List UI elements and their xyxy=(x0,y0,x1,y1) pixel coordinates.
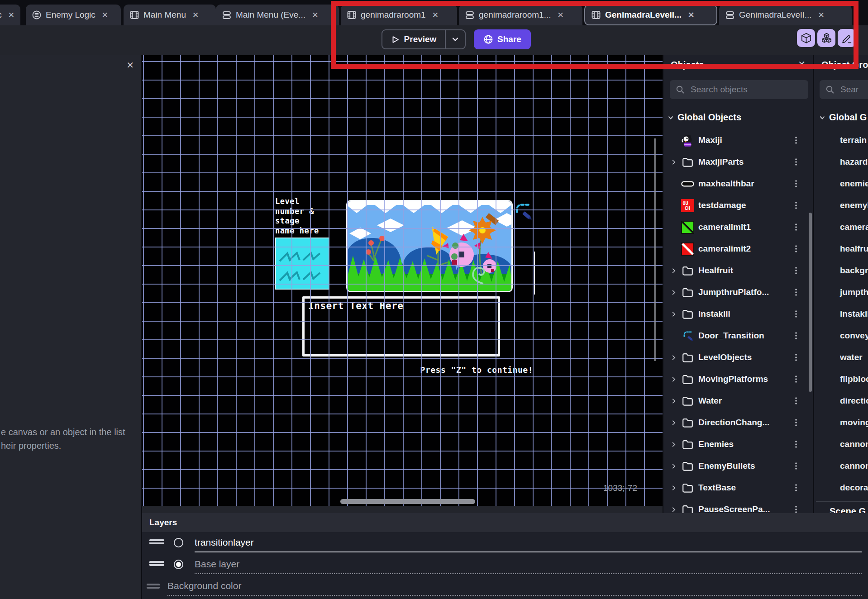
group-row-cannon[interactable]: cannon xyxy=(814,455,868,477)
chevron-right-icon[interactable] xyxy=(670,441,677,448)
group-row-water[interactable]: water xyxy=(814,347,868,368)
global-groups-header[interactable]: Global G xyxy=(819,112,867,123)
object-row-textbase[interactable]: TextBase xyxy=(663,477,813,499)
kebab-menu-icon[interactable] xyxy=(792,157,800,166)
chevron-right-icon[interactable] xyxy=(670,267,677,275)
group-row-directio[interactable]: directio xyxy=(814,390,868,412)
object-row-door-transition[interactable]: Door_Transition xyxy=(663,325,813,347)
press-z-text-object[interactable]: Press "Z" to continue! xyxy=(348,365,533,375)
global-objects-header[interactable]: Global Objects xyxy=(667,112,741,123)
kebab-menu-icon[interactable] xyxy=(792,288,800,297)
layer-name[interactable]: Base layer xyxy=(195,559,239,570)
kebab-menu-icon[interactable] xyxy=(792,136,800,145)
kebab-menu-icon[interactable] xyxy=(792,266,800,275)
chevron-right-icon[interactable] xyxy=(670,506,677,513)
tab-ic[interactable]: ic✕ xyxy=(0,5,20,25)
objects-scrollbar[interactable] xyxy=(809,213,812,392)
tab-genimadraleveli-[interactable]: GenimadraLevelI...✕ xyxy=(584,5,717,25)
close-icon[interactable]: ✕ xyxy=(798,59,806,70)
group-row-terrain[interactable]: terrain xyxy=(814,129,868,151)
chevron-right-icon[interactable] xyxy=(670,419,677,427)
drag-handle-icon[interactable] xyxy=(149,539,164,544)
group-row-camera[interactable]: camera xyxy=(814,216,868,238)
kebab-menu-icon[interactable] xyxy=(792,461,800,471)
object-row-water[interactable]: Water xyxy=(663,390,813,412)
kebab-menu-icon[interactable] xyxy=(792,440,800,449)
object-row-jumpthruplatfo-[interactable]: JumpthruPlatfo... xyxy=(663,281,813,303)
drag-handle-icon[interactable] xyxy=(147,584,160,589)
tab-enemy-logic[interactable]: Enemy Logic✕ xyxy=(26,5,121,25)
layer-radio-selected[interactable] xyxy=(174,560,183,569)
chevron-right-icon[interactable] xyxy=(670,158,677,166)
object-row-directionchang-[interactable]: DirectionChang... xyxy=(663,412,813,433)
kebab-menu-icon[interactable] xyxy=(792,505,800,513)
kebab-menu-icon[interactable] xyxy=(792,331,800,340)
object-row-enemies[interactable]: Enemies xyxy=(663,433,813,455)
close-icon[interactable]: ✕ xyxy=(688,10,694,20)
group-row-flipbloc[interactable]: flipbloc xyxy=(814,368,868,390)
tab-main-menu-eve-[interactable]: Main Menu (Eve...✕ xyxy=(216,5,339,25)
water-tile-object[interactable] xyxy=(275,238,329,290)
edit-button[interactable] xyxy=(838,29,856,47)
preview-button[interactable]: Preview xyxy=(382,29,466,49)
kebab-menu-icon[interactable] xyxy=(792,483,800,492)
close-icon[interactable]: ✕ xyxy=(818,10,825,20)
kebab-menu-icon[interactable] xyxy=(792,375,800,384)
group-row-cannon[interactable]: cannon xyxy=(814,433,868,455)
group-row-jumpth[interactable]: jumpth xyxy=(814,281,868,303)
kebab-menu-icon[interactable] xyxy=(792,396,800,405)
door-transition-object[interactable] xyxy=(512,200,534,222)
close-icon[interactable]: ✕ xyxy=(192,10,199,20)
group-row-backgro[interactable]: backgro xyxy=(814,260,868,281)
groups-search-input[interactable] xyxy=(839,84,868,95)
close-icon[interactable]: ✕ xyxy=(102,10,108,20)
group-row-enemies[interactable]: enemies xyxy=(814,173,868,195)
close-icon[interactable]: ✕ xyxy=(557,10,563,20)
layer-radio[interactable] xyxy=(174,538,183,547)
object-row-maxhealthbar[interactable]: maxhealthbar xyxy=(663,173,813,195)
layer-row-base-layer[interactable]: Base layer xyxy=(142,554,868,575)
chevron-right-icon[interactable] xyxy=(670,376,677,383)
kebab-menu-icon[interactable] xyxy=(792,223,800,232)
chevron-right-icon[interactable] xyxy=(670,289,677,296)
kebab-menu-icon[interactable] xyxy=(792,309,800,319)
share-button[interactable]: Share xyxy=(474,29,531,49)
kebab-menu-icon[interactable] xyxy=(792,201,800,210)
drag-handle-icon[interactable] xyxy=(149,561,164,566)
objects-search-input[interactable] xyxy=(690,84,803,95)
canvas-vertical-scrollbar[interactable] xyxy=(654,138,656,361)
group-row-enemyb[interactable]: enemyb xyxy=(814,195,868,216)
object-row-maxiji[interactable]: Maxiji xyxy=(663,129,813,151)
chevron-right-icon[interactable] xyxy=(670,354,677,361)
tab-genimadraroom1-[interactable]: genimadraroom1...✕ xyxy=(459,5,582,25)
chevron-right-icon[interactable] xyxy=(670,484,677,492)
objects-blocks-button[interactable] xyxy=(817,29,835,47)
kebab-menu-icon[interactable] xyxy=(792,418,800,427)
layer-name[interactable]: Background color xyxy=(167,580,241,591)
group-row-hazards[interactable]: hazards xyxy=(814,151,868,173)
chevron-right-icon[interactable] xyxy=(670,462,677,470)
thin-line-object[interactable] xyxy=(534,252,535,295)
close-icon[interactable]: ✕ xyxy=(8,10,14,20)
chevron-right-icon[interactable] xyxy=(670,310,677,318)
object-row-instakill[interactable]: Instakill xyxy=(663,303,813,325)
group-row-healfru[interactable]: healfru xyxy=(814,238,868,260)
object-row-cameralimit1[interactable]: cameralimit1 xyxy=(663,216,813,238)
preview-dropdown-button[interactable] xyxy=(446,30,465,48)
objects-search-box[interactable] xyxy=(670,80,808,99)
3d-box-button[interactable] xyxy=(797,29,815,47)
object-row-enemybullets[interactable]: EnemyBullets xyxy=(663,455,813,477)
group-row-convey[interactable]: convey xyxy=(814,325,868,347)
kebab-menu-icon[interactable] xyxy=(792,179,800,188)
group-row-instakil[interactable]: instakil xyxy=(814,303,868,325)
close-icon[interactable]: ✕ xyxy=(312,10,318,20)
layer-row-background-color[interactable]: Background color xyxy=(142,575,868,597)
object-row-levelobjects[interactable]: LevelObjects xyxy=(663,347,813,368)
dialog-text-box-object[interactable]: Insert Text Here xyxy=(302,296,500,357)
tab-genimadraleveli-[interactable]: GenimadraLevelI...✕ xyxy=(719,5,852,25)
layer-row-transitionlayer[interactable]: transitionlayer xyxy=(142,532,868,554)
close-icon[interactable]: ✕ xyxy=(432,10,439,20)
groups-search-box[interactable] xyxy=(820,80,868,99)
layer-name[interactable]: transitionlayer xyxy=(195,537,254,548)
close-icon[interactable]: ✕ xyxy=(126,60,134,71)
